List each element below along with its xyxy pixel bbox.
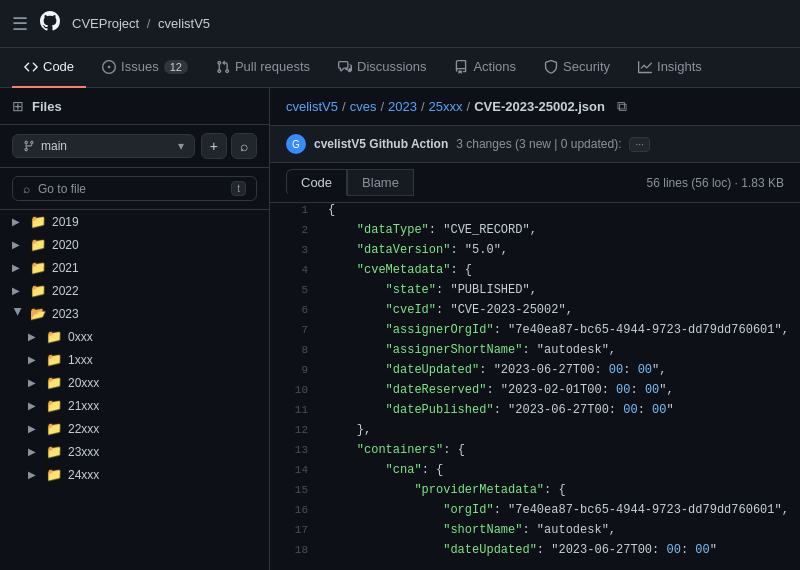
- sidebar-files-label: Files: [32, 99, 62, 114]
- tree-item-23xxx[interactable]: ▶ 📁 23xxx: [0, 440, 269, 463]
- tab-code[interactable]: Code: [12, 48, 86, 88]
- menu-icon[interactable]: ☰: [12, 13, 28, 35]
- code-line: 16 "orgId": "7e40ea87-bc65-4944-9723-dd7…: [270, 503, 800, 523]
- code-line: 18 "dateUpdated": "2023-06-27T00: 00: 00…: [270, 543, 800, 563]
- code-line: 6 "cveId": "CVE-2023-25002",: [270, 303, 800, 323]
- branch-button[interactable]: main ▾: [12, 134, 195, 158]
- repo-breadcrumb: CVEProject / cvelistV5: [72, 16, 210, 31]
- chevron-icon: ▶: [28, 423, 40, 434]
- code-line: 17 "shortName": "autodesk",: [270, 523, 800, 543]
- tab-insights[interactable]: Insights: [626, 48, 714, 88]
- tab-security[interactable]: Security: [532, 48, 622, 88]
- tree-item-0xxx[interactable]: ▶ 📁 0xxx: [0, 325, 269, 348]
- commit-more-button[interactable]: ···: [629, 137, 649, 152]
- chevron-icon: ▶: [13, 308, 24, 320]
- tab-pull-requests[interactable]: Pull requests: [204, 48, 322, 88]
- sidebar: ⊞ Files main ▾ + ⌕ ⌕ Go to file t ▶: [0, 88, 270, 570]
- github-logo: [40, 11, 60, 36]
- line-number: 4: [270, 263, 320, 276]
- search-icon: ⌕: [23, 182, 30, 196]
- code-line: 2 "dataType": "CVE_RECORD",: [270, 223, 800, 243]
- folder-open-icon: 📂: [30, 306, 46, 321]
- folder-icon: 📁: [46, 398, 62, 413]
- line-content: },: [320, 423, 800, 437]
- line-number: 7: [270, 323, 320, 336]
- breadcrumb-filename: CVE-2023-25002.json: [474, 99, 605, 114]
- chevron-icon: ▶: [28, 400, 40, 411]
- code-line: 5 "state": "PUBLISHED",: [270, 283, 800, 303]
- line-content: "dataType": "CVE_RECORD",: [320, 223, 800, 237]
- tree-item-24xxx[interactable]: ▶ 📁 24xxx: [0, 463, 269, 486]
- line-number: 2: [270, 223, 320, 236]
- tree-item-1xxx[interactable]: ▶ 📁 1xxx: [0, 348, 269, 371]
- tree-item-2021[interactable]: ▶ 📁 2021: [0, 256, 269, 279]
- tree-item-2022[interactable]: ▶ 📁 2022: [0, 279, 269, 302]
- tree-item-21xxx[interactable]: ▶ 📁 21xxx: [0, 394, 269, 417]
- breadcrumb-2023-link[interactable]: 2023: [388, 99, 417, 114]
- line-content: "shortName": "autodesk",: [320, 523, 800, 537]
- repo-owner-link[interactable]: CVEProject: [72, 16, 139, 31]
- line-number: 16: [270, 503, 320, 516]
- line-number: 18: [270, 543, 320, 556]
- code-meta: 56 lines (56 loc) · 1.83 KB: [647, 176, 784, 190]
- line-number: 3: [270, 243, 320, 256]
- repo-name-link[interactable]: cvelistV5: [158, 16, 210, 31]
- folder-icon: 📁: [30, 237, 46, 252]
- code-view[interactable]: 1{2 "dataType": "CVE_RECORD",3 "dataVers…: [270, 203, 800, 570]
- code-line: 10 "dateReserved": "2023-02-01T00: 00: 0…: [270, 383, 800, 403]
- code-tab-code[interactable]: Code: [286, 169, 347, 196]
- tab-discussions[interactable]: Discussions: [326, 48, 438, 88]
- search-file-bar: ⌕ Go to file t: [0, 168, 269, 210]
- search-file-input[interactable]: ⌕ Go to file t: [12, 176, 257, 201]
- line-content: "dateReserved": "2023-02-01T00: 00: 00",: [320, 383, 800, 397]
- line-content: "providerMetadata": {: [320, 483, 800, 497]
- tab-issues[interactable]: Issues 12: [90, 48, 200, 88]
- line-content: "orgId": "7e40ea87-bc65-4944-9723-dd79dd…: [320, 503, 800, 517]
- folder-icon: 📁: [46, 467, 62, 482]
- folder-icon: 📁: [46, 444, 62, 459]
- line-content: "dataVersion": "5.0",: [320, 243, 800, 257]
- chevron-icon: ▶: [28, 469, 40, 480]
- tab-actions[interactable]: Actions: [442, 48, 528, 88]
- breadcrumb-repo-link[interactable]: cvelistV5: [286, 99, 338, 114]
- line-content: {: [320, 203, 800, 217]
- tree-item-20xxx[interactable]: ▶ 📁 20xxx: [0, 371, 269, 394]
- code-toolbar: Code Blame 56 lines (56 loc) · 1.83 KB: [270, 163, 800, 203]
- line-number: 1: [270, 203, 320, 216]
- breadcrumb-cves-link[interactable]: cves: [350, 99, 377, 114]
- tree-item-22xxx[interactable]: ▶ 📁 22xxx: [0, 417, 269, 440]
- commit-info: G cvelistV5 Github Action 3 changes (3 n…: [270, 126, 800, 163]
- line-number: 12: [270, 423, 320, 436]
- line-number: 14: [270, 463, 320, 476]
- folder-icon: 📁: [46, 421, 62, 436]
- code-tab-blame[interactable]: Blame: [347, 169, 414, 196]
- add-file-button[interactable]: +: [201, 133, 227, 159]
- line-number: 5: [270, 283, 320, 296]
- code-line: 1{: [270, 203, 800, 223]
- chevron-icon: ▶: [28, 331, 40, 342]
- file-content: cvelistV5 / cves / 2023 / 25xxx / CVE-20…: [270, 88, 800, 570]
- line-content: "datePublished": "2023-06-27T00: 00: 00": [320, 403, 800, 417]
- line-content: "assignerOrgId": "7e40ea87-bc65-4944-972…: [320, 323, 800, 337]
- code-line: 14 "cna": {: [270, 463, 800, 483]
- copy-path-button[interactable]: ⧉: [617, 98, 627, 115]
- folder-icon: 📁: [46, 329, 62, 344]
- tree-item-2019[interactable]: ▶ 📁 2019: [0, 210, 269, 233]
- nav-tabs: Code Issues 12 Pull requests Discussions…: [0, 48, 800, 88]
- line-content: "cveId": "CVE-2023-25002",: [320, 303, 800, 317]
- line-number: 9: [270, 363, 320, 376]
- chevron-icon: ▶: [12, 216, 24, 227]
- search-button[interactable]: ⌕: [231, 133, 257, 159]
- line-number: 6: [270, 303, 320, 316]
- folder-icon: 📁: [46, 352, 62, 367]
- code-line: 3 "dataVersion": "5.0",: [270, 243, 800, 263]
- folder-icon: 📁: [46, 375, 62, 390]
- code-line: 12 },: [270, 423, 800, 443]
- chevron-icon: ▶: [28, 377, 40, 388]
- tree-item-2023[interactable]: ▶ 📂 2023: [0, 302, 269, 325]
- line-number: 11: [270, 403, 320, 416]
- chevron-icon: ▶: [12, 285, 24, 296]
- breadcrumb-25xxx-link[interactable]: 25xxx: [429, 99, 463, 114]
- panel-icon: ⊞: [12, 98, 24, 114]
- tree-item-2020[interactable]: ▶ 📁 2020: [0, 233, 269, 256]
